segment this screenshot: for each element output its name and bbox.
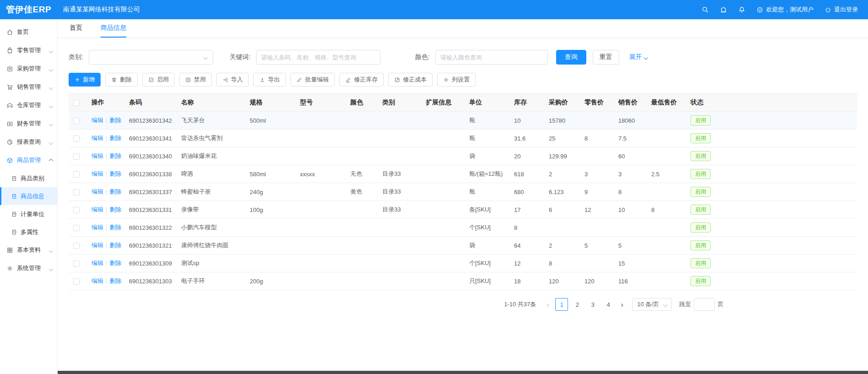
sidebar-item-finance[interactable]: 财务管理 — [0, 114, 57, 133]
column-settings-button[interactable]: 列设置 — [437, 73, 476, 87]
export-button[interactable]: 导出 — [253, 73, 286, 87]
product-table: 操作条码名称规格型号颜色类别扩展信息单位库存采购价零售价销售价最低售价状态 编辑… — [69, 93, 857, 290]
fix-cost-button[interactable]: 修正成本 — [388, 73, 433, 87]
link-separator: | — [106, 224, 107, 231]
pagination: 1-10 共37条 ‹ 1234 › 10 条/页 跳至 页 — [69, 298, 857, 311]
page-button-1[interactable]: 1 — [555, 298, 568, 311]
tab-home[interactable]: 首页 — [70, 19, 82, 38]
row-checkbox[interactable] — [73, 118, 80, 124]
page-numbers: 1234 — [555, 298, 615, 311]
page-button-4[interactable]: 4 — [602, 298, 615, 311]
row-checkbox[interactable] — [73, 243, 80, 249]
cell-model — [295, 272, 346, 290]
add-button[interactable]: 新增 — [69, 73, 101, 87]
cell-barcode: 6901236301340 — [124, 147, 177, 165]
fix-stock-button[interactable]: 修正库存 — [339, 73, 384, 87]
bell-icon[interactable] — [738, 6, 745, 13]
delete-link[interactable]: 删除 — [109, 152, 121, 159]
edit-link[interactable]: 编辑 — [91, 117, 103, 124]
delete-link[interactable]: 删除 — [109, 260, 121, 266]
delete-link[interactable]: 删除 — [109, 242, 121, 249]
delete-button[interactable]: 删除 — [105, 73, 138, 87]
row-checkbox[interactable] — [73, 207, 80, 213]
welcome-user[interactable]: 欢迎您，测试用户 — [756, 5, 814, 14]
edit-link[interactable]: 编辑 — [91, 277, 103, 284]
category-select[interactable] — [89, 50, 213, 65]
page-size-select[interactable]: 10 条/页 — [632, 298, 672, 311]
status-badge: 启用 — [691, 151, 711, 161]
sidebar-item-report[interactable]: 报表查询 — [0, 133, 57, 151]
edit-link[interactable]: 编辑 — [91, 242, 103, 249]
next-page-button[interactable]: › — [617, 301, 627, 309]
sidebar-subitem-unit[interactable]: 计量单位 — [0, 205, 57, 223]
edit-link[interactable]: 编辑 — [91, 135, 103, 141]
sidebar-item-warehouse[interactable]: 仓库管理 — [0, 96, 57, 114]
delete-link[interactable]: 删除 — [109, 135, 121, 141]
search-button[interactable]: 查询 — [556, 50, 586, 65]
keyword-input[interactable] — [256, 50, 380, 65]
row-checkbox[interactable] — [73, 171, 80, 178]
jump-page-input[interactable] — [694, 298, 715, 311]
status-badge: 启用 — [691, 169, 711, 179]
plus-icon — [75, 77, 80, 82]
edit-link[interactable]: 编辑 — [91, 170, 103, 177]
row-checkbox[interactable] — [73, 189, 80, 195]
sidebar-item-basedata[interactable]: 基本资料 — [0, 241, 57, 259]
toolbar-button-label: 删除 — [120, 76, 132, 84]
reset-button[interactable]: 重置 — [593, 50, 619, 65]
cell-barcode: 6901236301337 — [124, 183, 177, 201]
import-button[interactable]: 导入 — [216, 73, 249, 87]
batch-edit-button[interactable]: 批量编辑 — [290, 73, 335, 87]
cell-stock: 8 — [509, 219, 544, 237]
delete-link[interactable]: 删除 — [109, 170, 121, 177]
row-checkbox[interactable] — [73, 225, 80, 231]
sidebar-subitem-attributes[interactable]: 多属性 — [0, 223, 57, 241]
color-input[interactable] — [435, 50, 548, 65]
shop-icon[interactable] — [720, 6, 727, 13]
page-button-3[interactable]: 3 — [586, 298, 599, 311]
checkbox-cell — [69, 183, 87, 201]
fix-stock-icon — [345, 77, 351, 83]
edit-link[interactable]: 编辑 — [91, 152, 103, 159]
expand-link[interactable]: 展开 — [629, 53, 648, 61]
enable-button[interactable]: 启用 — [142, 73, 175, 87]
sidebar-subitem-product-category[interactable]: 商品类别 — [0, 169, 57, 187]
sidebar-item-sales[interactable]: 销售管理 — [0, 78, 57, 96]
cell-spec: 200g — [245, 272, 295, 290]
sidebar-item-system[interactable]: 系统管理 — [0, 259, 57, 277]
filler-cell — [717, 272, 857, 290]
row-checkbox[interactable] — [73, 278, 80, 285]
cell-model — [295, 147, 346, 165]
row-checkbox[interactable] — [73, 153, 80, 160]
cell-sale-price: 5 — [614, 237, 647, 255]
tab-product-info[interactable]: 商品信息 — [101, 19, 126, 38]
disable-button[interactable]: 禁用 — [179, 73, 212, 87]
search-icon[interactable] — [702, 6, 709, 13]
edit-link[interactable]: 编辑 — [91, 224, 103, 231]
edit-link[interactable]: 编辑 — [91, 188, 103, 195]
row-checkbox[interactable] — [73, 260, 80, 267]
select-all-checkbox[interactable] — [73, 100, 80, 106]
logout-button[interactable]: 退出登录 — [825, 5, 858, 14]
sidebar-item-product[interactable]: 商品管理 — [0, 151, 57, 169]
cell-purchase-price — [544, 219, 580, 237]
cell-model — [295, 112, 346, 130]
edit-link[interactable]: 编辑 — [91, 206, 103, 213]
delete-link[interactable]: 删除 — [109, 117, 121, 124]
prev-page-button[interactable]: ‹ — [543, 301, 552, 309]
cell-retail-price — [580, 112, 614, 130]
delete-link[interactable]: 删除 — [109, 224, 121, 231]
cell-category — [378, 147, 421, 165]
sidebar-item-retail[interactable]: 零售管理 — [0, 41, 57, 60]
checkbox-cell — [69, 272, 87, 290]
delete-link[interactable]: 删除 — [109, 188, 121, 195]
page-button-2[interactable]: 2 — [571, 298, 584, 311]
row-checkbox[interactable] — [73, 136, 80, 142]
sidebar-item-home[interactable]: 首页 — [0, 23, 57, 41]
horizontal-scrollbar[interactable] — [58, 371, 868, 374]
sidebar-item-purchase[interactable]: 采购管理 — [0, 60, 57, 78]
delete-link[interactable]: 删除 — [109, 277, 121, 284]
edit-link[interactable]: 编辑 — [91, 260, 103, 266]
sidebar-subitem-product-info[interactable]: 商品信息 — [0, 187, 57, 205]
delete-link[interactable]: 删除 — [109, 206, 121, 213]
